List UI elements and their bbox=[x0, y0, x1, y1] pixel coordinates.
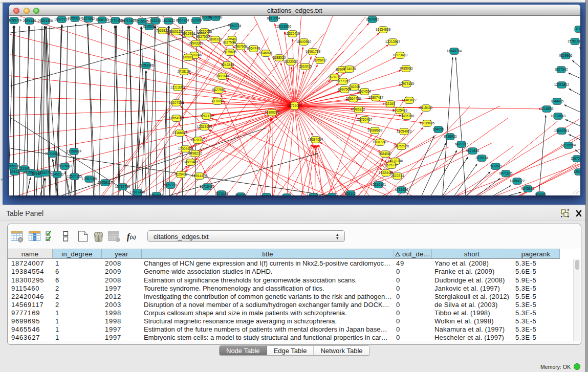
svg-text:9242848: 9242848 bbox=[221, 63, 234, 67]
svg-text:14055724: 14055724 bbox=[9, 18, 21, 22]
svg-text:16713155: 16713155 bbox=[121, 19, 136, 23]
svg-text:8813054: 8813054 bbox=[267, 16, 280, 20]
svg-text:9684067: 9684067 bbox=[378, 152, 391, 156]
svg-text:19218506: 19218506 bbox=[276, 25, 291, 28]
svg-text:417004: 417004 bbox=[211, 99, 223, 103]
svg-text:515524: 515524 bbox=[149, 19, 161, 23]
svg-text:19654963: 19654963 bbox=[168, 116, 184, 120]
svg-text:3267130: 3267130 bbox=[200, 114, 213, 118]
svg-text:10039695: 10039695 bbox=[419, 121, 434, 125]
svg-text:164095: 164095 bbox=[432, 127, 444, 131]
svg-text:19384554: 19384554 bbox=[308, 138, 323, 141]
svg-text:9146821: 9146821 bbox=[259, 51, 272, 55]
svg-text:9327505: 9327505 bbox=[196, 35, 209, 38]
svg-text:20691406: 20691406 bbox=[37, 19, 53, 23]
svg-text:16914479: 16914479 bbox=[191, 174, 207, 178]
svg-text:9329966: 9329966 bbox=[559, 54, 572, 57]
svg-text:18640910: 18640910 bbox=[296, 40, 311, 43]
svg-text:16782759: 16782759 bbox=[115, 185, 130, 188]
svg-text:8186328: 8186328 bbox=[208, 37, 222, 41]
svg-text:5226058: 5226058 bbox=[209, 16, 222, 19]
svg-text:7625402: 7625402 bbox=[174, 172, 187, 176]
svg-text:924561: 924561 bbox=[535, 193, 546, 195]
svg-text:8966160: 8966160 bbox=[95, 18, 108, 21]
svg-text:1588520: 1588520 bbox=[272, 56, 286, 59]
svg-text:15692901: 15692901 bbox=[554, 129, 569, 133]
svg-text:15720407: 15720407 bbox=[357, 118, 372, 121]
svg-text:1733426: 1733426 bbox=[395, 188, 408, 191]
svg-text:16543362: 16543362 bbox=[188, 41, 203, 45]
svg-text:2803144: 2803144 bbox=[215, 74, 229, 78]
svg-text:15751074: 15751074 bbox=[567, 39, 580, 43]
svg-text:9327508: 9327508 bbox=[222, 40, 235, 44]
svg-text:7986322: 7986322 bbox=[352, 107, 365, 111]
svg-text:1527602: 1527602 bbox=[81, 17, 95, 20]
svg-text:2935114: 2935114 bbox=[475, 156, 488, 160]
svg-text:912954: 912954 bbox=[190, 18, 202, 22]
svg-text:39151: 39151 bbox=[10, 170, 19, 173]
svg-text:12923446: 12923446 bbox=[129, 190, 145, 194]
svg-text:1292344: 1292344 bbox=[149, 193, 163, 195]
svg-text:12213967: 12213967 bbox=[385, 40, 400, 43]
svg-text:6479197: 6479197 bbox=[454, 142, 468, 146]
svg-text:1244415: 1244415 bbox=[550, 99, 563, 103]
svg-text:10210643: 10210643 bbox=[550, 114, 565, 118]
svg-text:5498222: 5498222 bbox=[188, 151, 202, 155]
svg-text:12505135: 12505135 bbox=[67, 174, 82, 178]
svg-text:14463627: 14463627 bbox=[401, 98, 417, 102]
svg-text:5322037: 5322037 bbox=[284, 60, 297, 63]
svg-text:13495766: 13495766 bbox=[399, 114, 414, 118]
svg-text:1162615: 1162615 bbox=[298, 64, 312, 68]
svg-text:2967608: 2967608 bbox=[234, 45, 247, 48]
svg-text:16961758: 16961758 bbox=[305, 50, 320, 53]
svg-text:10973493: 10973493 bbox=[392, 53, 407, 57]
svg-text:1145193: 1145193 bbox=[50, 172, 63, 176]
svg-text:18807249: 18807249 bbox=[372, 140, 387, 144]
svg-text:7663822: 7663822 bbox=[156, 29, 169, 32]
svg-text:19166825: 19166825 bbox=[172, 131, 187, 135]
svg-text:8938923: 8938923 bbox=[443, 135, 456, 138]
svg-text:10654122: 10654122 bbox=[509, 179, 525, 183]
svg-text:15300273: 15300273 bbox=[264, 111, 279, 114]
svg-text:(x): (x) bbox=[130, 234, 136, 240]
svg-text:13325419: 13325419 bbox=[285, 32, 300, 35]
svg-text:1093344: 1093344 bbox=[259, 194, 273, 195]
svg-text:8471626: 8471626 bbox=[499, 171, 512, 175]
svg-text:10958117: 10958117 bbox=[98, 181, 113, 184]
svg-text:2069140: 2069140 bbox=[23, 19, 36, 23]
svg-text:17004678: 17004678 bbox=[178, 147, 193, 150]
svg-text:14099483: 14099483 bbox=[183, 160, 198, 164]
svg-text:1167534: 1167534 bbox=[570, 157, 580, 160]
svg-text:120465: 120465 bbox=[573, 170, 580, 173]
svg-text:3624554: 3624554 bbox=[358, 90, 371, 93]
svg-text:9227342: 9227342 bbox=[554, 68, 568, 71]
svg-text:9245612: 9245612 bbox=[521, 187, 534, 190]
svg-text:7357274: 7357274 bbox=[228, 24, 241, 28]
svg-text:9474444: 9474444 bbox=[466, 149, 479, 152]
svg-text:20364436: 20364436 bbox=[345, 97, 361, 100]
svg-text:1112: 1112 bbox=[575, 27, 580, 31]
svg-text:9777169: 9777169 bbox=[336, 79, 350, 83]
svg-text:8660124: 8660124 bbox=[176, 18, 189, 22]
svg-text:10756928: 10756928 bbox=[394, 144, 409, 148]
svg-text:98901: 98901 bbox=[183, 55, 193, 59]
svg-text:16648784: 16648784 bbox=[446, 49, 462, 53]
svg-text:12973155: 12973155 bbox=[399, 82, 414, 85]
svg-text:3912954: 3912954 bbox=[182, 32, 195, 35]
svg-text:12213303: 12213303 bbox=[170, 85, 185, 89]
svg-text:17957255: 17957255 bbox=[81, 177, 97, 181]
svg-text:1871655: 1871655 bbox=[280, 195, 293, 195]
svg-text:7515536: 7515536 bbox=[135, 19, 148, 23]
svg-text:9657791: 9657791 bbox=[164, 183, 177, 187]
svg-text:9734028: 9734028 bbox=[342, 67, 356, 71]
svg-text:10807487: 10807487 bbox=[368, 96, 383, 99]
svg-text:16154808: 16154808 bbox=[375, 28, 390, 31]
svg-text:1571648: 1571648 bbox=[214, 192, 228, 195]
svg-text:20053346: 20053346 bbox=[138, 63, 154, 67]
svg-text:8454749: 8454749 bbox=[247, 47, 260, 50]
svg-text:12353594: 12353594 bbox=[197, 125, 212, 128]
svg-text:15716485: 15716485 bbox=[199, 185, 214, 188]
svg-text:8427552: 8427552 bbox=[212, 88, 225, 92]
svg-text:10653287: 10653287 bbox=[67, 16, 82, 20]
svg-text:958112: 958112 bbox=[344, 192, 356, 195]
